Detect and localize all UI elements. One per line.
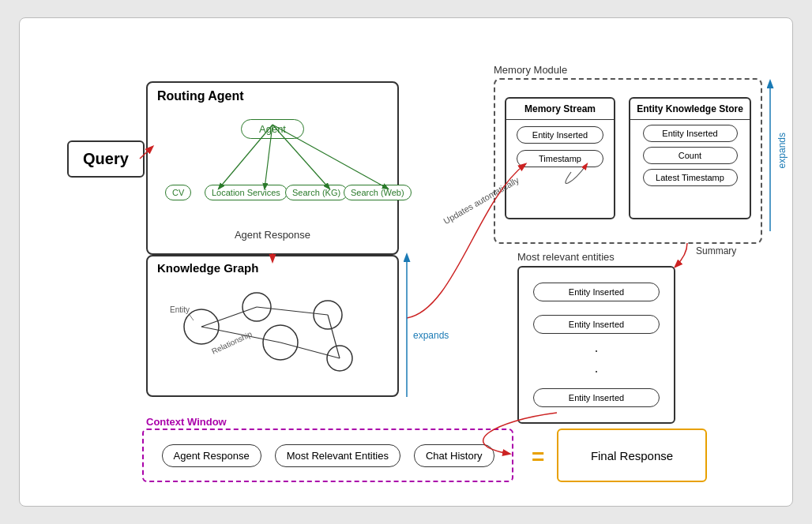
- mre-dot-1: ·: [594, 347, 598, 354]
- ms-timestamp: Timestamp: [517, 150, 603, 167]
- svg-line-9: [328, 315, 340, 358]
- kg-diagram: Entity Relationship: [148, 279, 397, 390]
- knowledge-graph-box: Knowledge Graph Entity Relat: [146, 255, 399, 397]
- mre-dot-2: ·: [594, 368, 598, 375]
- most-relevant-label: Most relevant entities: [517, 251, 615, 263]
- final-response-box: Final Response: [557, 429, 707, 482]
- routing-agent-box: Routing Agent Agent CV Location Services…: [146, 81, 399, 255]
- mre-item-3: Entity Inserted: [533, 388, 660, 407]
- cv-button: CV: [165, 185, 191, 200]
- agent-inner: Agent CV Location Services Search (KG) S…: [148, 110, 397, 249]
- eks-entity-inserted: Entity Inserted: [643, 125, 738, 142]
- final-response-label: Final Response: [591, 449, 673, 462]
- agent-response-label: Agent Response: [235, 229, 310, 241]
- svg-line-8: [280, 342, 340, 358]
- agent-button: Agent: [241, 119, 304, 139]
- expands-bottom-label: expands: [413, 330, 449, 341]
- cw-most-relevant: Most Relevant Entities: [275, 444, 400, 467]
- svg-text:Entity: Entity: [170, 305, 190, 314]
- query-box: Query: [67, 140, 145, 178]
- svg-line-7: [257, 307, 328, 315]
- ms-entity-inserted: Entity Inserted: [517, 126, 603, 144]
- svg-text:Relationship: Relationship: [210, 329, 254, 355]
- kg-title: Knowledge Graph: [148, 256, 397, 279]
- query-label: Query: [83, 150, 129, 167]
- memory-module-label: Memory Module: [494, 64, 567, 76]
- search-web-button: Search (Web): [344, 185, 412, 200]
- memory-module-box: Memory Stream Entity Inserted Timestamp …: [494, 78, 762, 244]
- equals-sign: =: [532, 444, 544, 470]
- mre-item-2: Entity Inserted: [533, 315, 660, 334]
- eks-count: Count: [643, 147, 738, 164]
- svg-line-11: [190, 315, 194, 320]
- summary-label: Summary: [696, 245, 736, 256]
- svg-line-5: [201, 307, 257, 327]
- location-services-button: Location Services: [205, 185, 288, 200]
- expands-right-label: expands: [776, 133, 788, 168]
- most-relevant-box: Entity Inserted Entity Inserted · · Enti…: [517, 266, 675, 424]
- memory-stream-title: Memory Stream: [506, 99, 614, 120]
- mre-item-1: Entity Inserted: [533, 283, 660, 301]
- search-kg-button: Search (KG): [285, 185, 348, 200]
- context-window-box: Agent Response Most Relevant Entities Ch…: [142, 429, 513, 482]
- eks-latest-timestamp: Latest Timestamp: [643, 169, 738, 186]
- routing-agent-title: Routing Agent: [148, 83, 397, 110]
- memory-stream-box: Memory Stream Entity Inserted Timestamp: [505, 97, 615, 219]
- context-window-label: Context Window: [146, 416, 227, 428]
- cw-chat-history: Chat History: [414, 444, 494, 467]
- cw-agent-response: Agent Response: [162, 444, 261, 467]
- eks-title: Entity Knowledge Store: [630, 99, 750, 120]
- entity-knowledge-store-box: Entity Knowledge Store Entity Inserted C…: [629, 97, 751, 219]
